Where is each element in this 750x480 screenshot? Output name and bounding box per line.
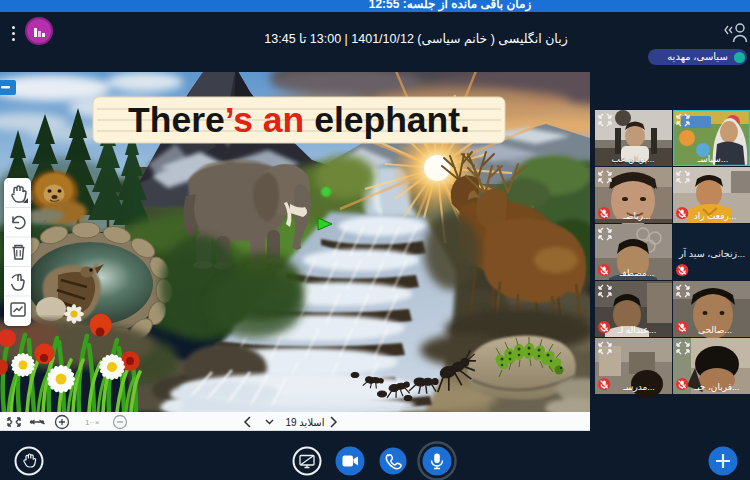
svg-text:زنجانی، سید آر...: زنجانی، سید آر... bbox=[678, 247, 745, 259]
svg-text:صالحی...: صالحی... bbox=[698, 325, 732, 335]
svg-text:مصطفـ...: مصطفـ... bbox=[619, 268, 655, 278]
svg-text:رفعت راد...: رفعت راد... bbox=[694, 211, 737, 221]
svg-text:اسلاید 19: اسلاید 19 bbox=[285, 417, 324, 428]
svg-text:سیاسـ...: سیاسـ... bbox=[697, 154, 729, 164]
svg-text:مدرسـ...: مدرسـ... bbox=[622, 382, 655, 392]
svg-text:1··×: 1··× bbox=[85, 418, 100, 427]
svg-text:ریاضـ...: ریاضـ... bbox=[622, 211, 650, 221]
svg-text:عبداله لـ...: عبداله لـ... bbox=[617, 325, 656, 335]
svg-text:There’s an elephant.: There’s an elephant. bbox=[128, 100, 470, 140]
svg-text:پویان عب...: پویان عب... bbox=[611, 154, 654, 164]
svg-text:قربان، حبـ...: قربان، حبـ... bbox=[694, 382, 740, 392]
